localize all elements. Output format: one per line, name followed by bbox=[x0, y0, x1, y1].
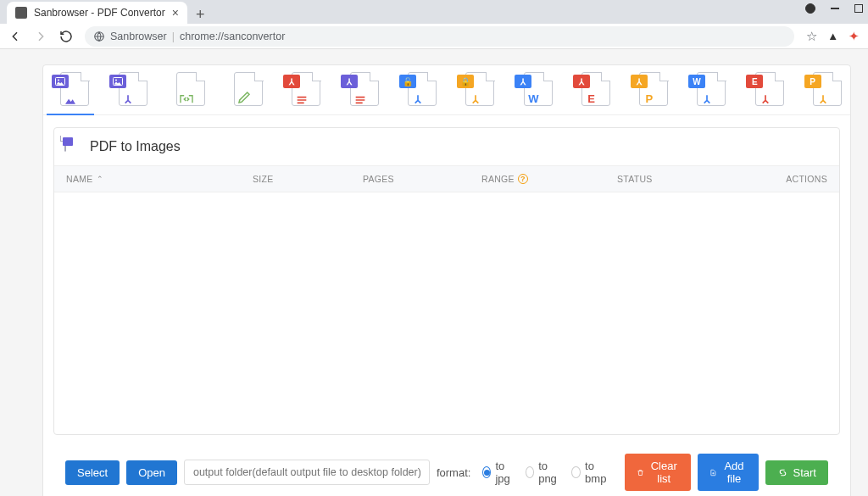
badge-icon: 🔒 bbox=[457, 75, 474, 88]
tool-split-pdf[interactable] bbox=[168, 72, 205, 108]
address-bar[interactable]: Sanbrowser | chrome://sanconvertor bbox=[85, 26, 794, 47]
output-folder-field[interactable] bbox=[184, 460, 430, 485]
tab-close-icon[interactable]: × bbox=[172, 6, 179, 20]
format-group: format: to jpg to png to bmp bbox=[437, 460, 609, 485]
output-folder-input[interactable] bbox=[184, 460, 430, 485]
footer-bar: Select Open format: to jpg to png to bmp… bbox=[53, 445, 840, 496]
window-controls bbox=[805, 3, 863, 14]
tool-compress-pdf[interactable]: ⅄ bbox=[283, 72, 320, 108]
panel-header: PDF to Images bbox=[54, 128, 839, 165]
tool-pdf-to-text[interactable]: ⅄ bbox=[341, 72, 378, 108]
sub-glyph-icon bbox=[236, 90, 252, 105]
col-status[interactable]: STATUS bbox=[617, 174, 761, 184]
col-actions: ACTIONS bbox=[761, 174, 827, 184]
tool-excel-to-pdf[interactable]: E bbox=[746, 72, 783, 108]
tool-selector-row: ⅄⅄🔓🔒⅄W⅄E⅄PWEP bbox=[43, 65, 850, 115]
sub-glyph-icon bbox=[469, 93, 482, 105]
radio-to-bmp[interactable]: to bmp bbox=[571, 460, 609, 485]
badge-icon: P bbox=[804, 75, 821, 88]
sub-glyph-icon bbox=[353, 95, 367, 105]
tool-pdf-to-excel[interactable]: ⅄E bbox=[573, 72, 610, 108]
sub-glyph-icon bbox=[700, 93, 714, 105]
tool-pdf-to-images[interactable] bbox=[52, 72, 89, 108]
sub-glyph-icon bbox=[121, 93, 135, 105]
bookmark-icon[interactable]: ☆ bbox=[806, 29, 817, 44]
sub-glyph-icon: P bbox=[646, 92, 654, 105]
browser-tab-strip: Sanbrowser - PDF Convertor × + bbox=[0, 0, 868, 24]
start-button[interactable]: Start bbox=[765, 460, 828, 485]
clear-list-button[interactable]: Clear list bbox=[625, 454, 691, 491]
col-size[interactable]: SIZE bbox=[253, 174, 363, 184]
badge-icon bbox=[109, 75, 126, 88]
col-name[interactable]: NAME⌃ bbox=[66, 174, 253, 184]
tool-merge-pdf[interactable] bbox=[225, 72, 263, 108]
badge-icon: 🔓 bbox=[399, 75, 416, 88]
table-header: NAME⌃ SIZE PAGES RANGE? STATUS ACTIONS bbox=[54, 165, 839, 192]
badge-icon: ⅄ bbox=[631, 75, 648, 88]
badge-icon: E bbox=[746, 75, 763, 88]
tab-favicon bbox=[15, 7, 27, 19]
tool-lock-pdf[interactable]: 🔒 bbox=[457, 72, 494, 108]
new-tab-button[interactable]: + bbox=[187, 6, 214, 24]
tab-title: Sanbrowser - PDF Convertor bbox=[34, 7, 165, 19]
sub-glyph-icon bbox=[178, 93, 195, 105]
badge-icon: ⅄ bbox=[341, 75, 358, 88]
svg-point-4 bbox=[115, 80, 117, 81]
sort-caret-icon: ⌃ bbox=[97, 175, 103, 183]
account-icon[interactable] bbox=[805, 3, 815, 14]
conversion-panel: PDF to Images NAME⌃ SIZE PAGES RANGE? ST… bbox=[53, 127, 840, 435]
tool-unlock-pdf[interactable]: 🔓 bbox=[399, 72, 437, 108]
badge-icon: ⅄ bbox=[573, 75, 590, 88]
select-button[interactable]: Select bbox=[65, 460, 120, 485]
sub-glyph-icon: E bbox=[587, 92, 595, 105]
app-card: ⅄⅄🔓🔒⅄W⅄E⅄PWEP PDF to Images NAME⌃ SIZE P… bbox=[42, 64, 851, 496]
panel-title: PDF to Images bbox=[90, 139, 181, 154]
tool-pdf-to-ppt[interactable]: ⅄P bbox=[631, 72, 668, 108]
back-button[interactable] bbox=[8, 30, 22, 43]
browser-toolbar: Sanbrowser | chrome://sanconvertor ☆ ▲ ✦ bbox=[0, 24, 868, 49]
format-label: format: bbox=[437, 466, 470, 479]
sub-glyph-icon bbox=[816, 93, 830, 105]
tool-pdf-to-word[interactable]: ⅄W bbox=[515, 72, 552, 108]
tool-ppt-to-pdf[interactable]: P bbox=[804, 72, 842, 108]
sub-glyph-icon: W bbox=[528, 92, 538, 105]
forward-button[interactable] bbox=[34, 30, 47, 43]
add-file-button[interactable]: Add file bbox=[698, 454, 759, 491]
sub-glyph-icon bbox=[411, 93, 425, 105]
address-url: chrome://sanconvertor bbox=[180, 31, 285, 42]
badge-icon: W bbox=[688, 75, 705, 88]
browser-tab[interactable]: Sanbrowser - PDF Convertor × bbox=[7, 2, 187, 24]
open-button[interactable]: Open bbox=[126, 460, 177, 485]
badge-icon: ⅄ bbox=[515, 75, 531, 88]
col-pages[interactable]: PAGES bbox=[363, 174, 481, 184]
panel-header-icon bbox=[64, 137, 81, 157]
sub-glyph-icon bbox=[759, 93, 772, 105]
reload-button[interactable] bbox=[59, 30, 73, 43]
sub-glyph-icon bbox=[295, 95, 309, 105]
col-range[interactable]: RANGE? bbox=[481, 174, 617, 184]
extension-icon-1[interactable]: ▲ bbox=[827, 30, 838, 42]
tool-word-to-pdf[interactable]: W bbox=[688, 72, 726, 108]
badge-icon: ⅄ bbox=[283, 75, 300, 88]
minimize-icon[interactable] bbox=[831, 8, 839, 9]
sub-glyph-icon bbox=[64, 95, 77, 105]
maximize-icon[interactable] bbox=[854, 4, 863, 13]
table-body-empty bbox=[54, 192, 839, 434]
tool-images-to-pdf[interactable] bbox=[109, 72, 147, 108]
extension-icon-2[interactable]: ✦ bbox=[849, 29, 860, 44]
badge-icon bbox=[52, 75, 69, 88]
address-site: Sanbrowser bbox=[110, 31, 167, 42]
svg-point-2 bbox=[58, 80, 59, 81]
radio-to-jpg[interactable]: to jpg bbox=[482, 460, 513, 485]
radio-to-png[interactable]: to png bbox=[526, 460, 560, 485]
help-icon[interactable]: ? bbox=[518, 174, 528, 184]
